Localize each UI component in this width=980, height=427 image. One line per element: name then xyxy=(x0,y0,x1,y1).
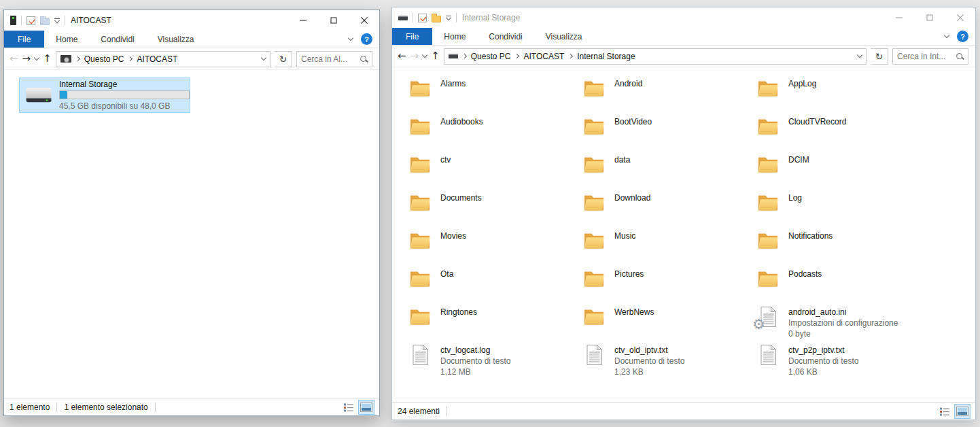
thumbnail-view-icon[interactable] xyxy=(359,400,374,414)
folder-icon[interactable] xyxy=(432,16,441,22)
folder-tile[interactable]: data xyxy=(581,152,755,190)
search-box[interactable] xyxy=(296,51,372,67)
folder-tile[interactable]: Alarms xyxy=(407,75,581,114)
properties-check-icon[interactable] xyxy=(27,16,35,25)
item-size: 0 byte xyxy=(788,328,898,339)
qat-dropdown-icon[interactable] xyxy=(54,18,60,22)
close-icon[interactable] xyxy=(349,10,379,31)
expand-ribbon-icon[interactable] xyxy=(944,33,949,38)
tab-condividi[interactable]: Condividi xyxy=(477,28,533,45)
folder-tile[interactable]: Notifications xyxy=(755,228,929,266)
address-dropdown-icon[interactable] xyxy=(261,55,266,61)
details-view-icon[interactable] xyxy=(937,405,952,418)
refresh-button[interactable]: ↻ xyxy=(871,48,888,65)
breadcrumb-questo-pc[interactable]: Questo PC xyxy=(471,52,511,61)
up-icon[interactable]: ↑ xyxy=(431,51,440,61)
help-icon[interactable]: ? xyxy=(361,33,372,45)
tab-file[interactable]: File xyxy=(392,28,432,45)
maximize-icon[interactable] xyxy=(318,10,349,31)
address-bar[interactable]: Questo PC AITOCAST Internal Storage xyxy=(444,48,867,65)
recent-locations-icon[interactable] xyxy=(34,55,39,61)
folder-tile[interactable]: Ringtones xyxy=(407,304,581,342)
tab-condividi[interactable]: Condividi xyxy=(89,31,145,48)
folder-icon xyxy=(582,115,606,138)
tab-file[interactable]: File xyxy=(4,31,44,48)
minimize-icon[interactable] xyxy=(883,7,914,28)
item-name: Download xyxy=(614,192,650,203)
folder-tile[interactable]: Audiobooks xyxy=(407,114,581,152)
tab-visualizza[interactable]: Visualizza xyxy=(146,31,206,48)
search-input[interactable] xyxy=(897,52,953,61)
folder-icon xyxy=(408,153,432,176)
back-icon: ← xyxy=(10,54,18,64)
folder-tile[interactable]: Android xyxy=(581,75,755,114)
folder-icon xyxy=(756,229,780,252)
file-list-area[interactable]: Internal Storage 45,5 GB disponibili su … xyxy=(4,70,379,398)
maximize-icon[interactable] xyxy=(914,7,945,28)
drive-item-internal-storage[interactable]: Internal Storage 45,5 GB disponibili su … xyxy=(19,78,190,113)
titlebar[interactable]: AITOCAST xyxy=(4,10,379,31)
divider xyxy=(456,13,457,22)
help-icon[interactable]: ? xyxy=(957,31,968,42)
item-size: 1,12 MB xyxy=(440,366,510,377)
item-name: BootVideo xyxy=(614,116,652,127)
item-name: Pictures xyxy=(614,269,644,279)
folder-tile[interactable]: Podcasts xyxy=(755,266,929,304)
refresh-button[interactable]: ↻ xyxy=(275,51,292,67)
item-name: AppLog xyxy=(788,78,816,89)
expand-ribbon-icon[interactable] xyxy=(348,35,353,41)
folder-icon xyxy=(582,191,606,214)
capacity-bar xyxy=(59,90,190,99)
titlebar[interactable]: Internal Storage xyxy=(392,7,975,28)
forward-icon[interactable]: → xyxy=(22,54,31,64)
file-tile[interactable]: ctv_p2p_iptv.txt Documento di testo 1,06… xyxy=(755,342,929,380)
folder-tile[interactable]: Download xyxy=(581,190,755,228)
details-view-icon[interactable] xyxy=(341,400,356,414)
item-name: ctv_logcat.log xyxy=(440,345,510,356)
file-tile[interactable]: ⚙ android_auto.ini Impostazioni di confi… xyxy=(755,304,929,342)
thumbnail-view-icon[interactable] xyxy=(955,405,970,418)
file-tile[interactable]: ctv_logcat.log Documento di testo 1,12 M… xyxy=(407,342,581,380)
up-icon[interactable]: ↑ xyxy=(43,54,52,64)
breadcrumb-separator-icon xyxy=(568,54,573,58)
tab-visualizza[interactable]: Visualizza xyxy=(534,28,594,45)
folder-tile[interactable]: Documents xyxy=(407,190,581,228)
folder-tile[interactable]: Music xyxy=(581,228,755,266)
tab-home[interactable]: Home xyxy=(44,31,89,48)
folder-muted-icon[interactable] xyxy=(40,18,50,25)
breadcrumb-internal-storage[interactable]: Internal Storage xyxy=(577,52,635,61)
folder-tile[interactable]: ctv xyxy=(407,152,581,190)
close-icon[interactable] xyxy=(945,7,975,28)
folder-tile[interactable]: AppLog xyxy=(755,75,929,114)
folder-tile[interactable]: Movies xyxy=(407,228,581,266)
item-size: 1,23 KB xyxy=(614,366,684,377)
minimize-icon[interactable] xyxy=(287,10,318,31)
address-dropdown-icon[interactable] xyxy=(857,52,862,58)
folder-tile[interactable]: CloudTVRecord xyxy=(755,114,929,152)
portable-device-icon xyxy=(60,55,71,63)
search-box[interactable] xyxy=(892,48,968,65)
folder-icon xyxy=(408,191,432,214)
back-icon[interactable]: ← xyxy=(398,51,406,61)
folder-tile[interactable]: Log xyxy=(755,190,929,228)
folder-tile[interactable]: WerbNews xyxy=(581,304,755,342)
breadcrumb-aitocast[interactable]: AITOCAST xyxy=(137,54,177,64)
file-grid: Alarms Android AppLog Audiobooks xyxy=(407,75,929,380)
qat-dropdown-icon[interactable] xyxy=(446,16,451,20)
folder-icon xyxy=(756,267,780,290)
folder-icon xyxy=(408,305,432,328)
search-input[interactable] xyxy=(301,54,357,64)
file-list-area[interactable]: Alarms Android AppLog Audiobooks xyxy=(392,67,975,402)
breadcrumb-questo-pc[interactable]: Questo PC xyxy=(84,54,124,64)
breadcrumb-aitocast[interactable]: AITOCAST xyxy=(523,52,564,61)
file-tile[interactable]: ctv_old_iptv.txt Documento di testo 1,23… xyxy=(581,342,755,380)
folder-tile[interactable]: DCIM xyxy=(755,152,929,190)
recent-locations-icon[interactable] xyxy=(422,52,427,58)
properties-check-icon[interactable] xyxy=(418,14,427,22)
tab-home[interactable]: Home xyxy=(432,28,477,45)
folder-tile[interactable]: BootVideo xyxy=(581,114,755,152)
folder-icon xyxy=(408,267,432,290)
folder-tile[interactable]: Pictures xyxy=(581,266,755,304)
folder-tile[interactable]: Ota xyxy=(407,266,581,304)
address-bar[interactable]: Questo PC AITOCAST xyxy=(56,51,270,67)
